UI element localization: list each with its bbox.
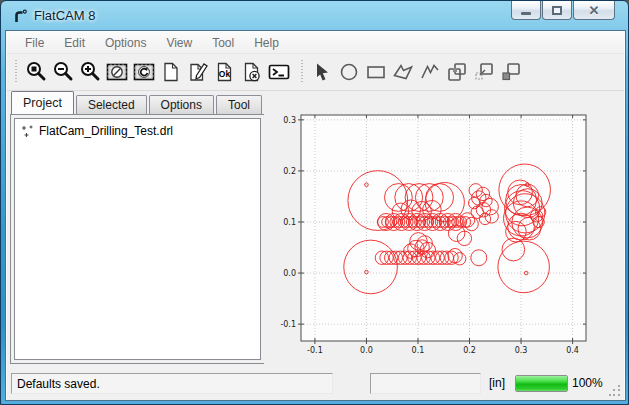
delete-object-button[interactable] xyxy=(238,59,265,86)
zoom-fit-button[interactable] xyxy=(22,59,49,86)
open-edit-button[interactable] xyxy=(184,59,211,86)
shell-icon xyxy=(267,60,291,84)
tab-tool[interactable]: Tool xyxy=(216,95,262,114)
window-content: File Edit Options View Tool Help xyxy=(5,30,626,401)
shell-button[interactable] xyxy=(265,59,292,86)
tab-options[interactable]: Options xyxy=(149,95,214,114)
close-icon: ✕ xyxy=(589,3,600,18)
ok-button[interactable]: Ok xyxy=(211,59,238,86)
flatcam-logo-icon xyxy=(12,8,28,24)
zoom-out-icon xyxy=(51,60,75,84)
close-button[interactable]: ✕ xyxy=(573,1,615,20)
open-edit-icon xyxy=(186,60,210,84)
toolbar: Ok xyxy=(7,54,624,91)
svg-text:Ok: Ok xyxy=(218,69,230,79)
minimize-icon xyxy=(521,12,531,15)
svg-text:0.2: 0.2 xyxy=(463,346,476,355)
maximize-button[interactable] xyxy=(542,1,572,20)
window-title: FlatCAM 8 xyxy=(34,8,95,23)
copy-objects-button[interactable] xyxy=(497,59,524,86)
menu-help[interactable]: Help xyxy=(244,33,289,53)
draw-circle-icon xyxy=(337,60,361,84)
menubar: File Edit Options View Tool Help xyxy=(7,32,624,54)
draw-polygon-icon xyxy=(391,60,415,84)
svg-text:-0.1: -0.1 xyxy=(307,346,323,355)
maximize-icon xyxy=(552,6,562,15)
move-copy-button[interactable] xyxy=(470,59,497,86)
draw-polygon-button[interactable] xyxy=(389,59,416,86)
progress-fill xyxy=(516,376,567,391)
zoom-out-button[interactable] xyxy=(49,59,76,86)
union-icon xyxy=(445,60,469,84)
menu-file[interactable]: File xyxy=(15,33,54,53)
flatcam-window: FlatCAM 8 ✕ File Edit Options View Tool … xyxy=(0,0,629,405)
minimize-button[interactable] xyxy=(511,1,541,20)
svg-text:0.1: 0.1 xyxy=(412,346,425,355)
plot-canvas[interactable]: -0.10.00.10.20.30.4-0.10.00.10.20.3 xyxy=(264,93,614,369)
move-copy-icon xyxy=(472,60,496,84)
clear-plot-button[interactable] xyxy=(103,59,130,86)
progress-percent: 100% xyxy=(572,376,603,390)
svg-text:0.0: 0.0 xyxy=(283,269,296,278)
plot-panel: -0.10.00.10.20.30.4-0.10.00.10.20.3 xyxy=(264,93,614,369)
zoom-in-button[interactable] xyxy=(76,59,103,86)
ok-icon: Ok xyxy=(213,60,237,84)
zoom-in-icon xyxy=(78,60,102,84)
resize-grip-icon[interactable] xyxy=(609,385,621,397)
project-panel: FlatCam_Drilling_Test.drl xyxy=(10,114,265,364)
draw-rectangle-button[interactable] xyxy=(362,59,389,86)
draw-path-button[interactable] xyxy=(416,59,443,86)
clear-plot-icon xyxy=(105,60,129,84)
new-file-icon xyxy=(159,60,183,84)
statusbar: Defaults saved. [in] 100% xyxy=(7,370,624,400)
tab-selected[interactable]: Selected xyxy=(76,95,147,114)
select-arrow-icon xyxy=(310,60,334,84)
toolbar-drag-handle[interactable] xyxy=(14,60,17,84)
svg-text:0.3: 0.3 xyxy=(515,346,528,355)
svg-text:0.1: 0.1 xyxy=(283,218,296,227)
status-message: Defaults saved. xyxy=(17,377,100,391)
svg-text:-0.1: -0.1 xyxy=(280,320,296,329)
menu-tool[interactable]: Tool xyxy=(202,33,244,53)
draw-rectangle-icon xyxy=(364,60,388,84)
tab-project[interactable]: Project xyxy=(11,91,74,114)
zoom-fit-icon xyxy=(24,60,48,84)
svg-text:0.4: 0.4 xyxy=(566,346,579,355)
delete-object-icon xyxy=(240,60,264,84)
replot-button[interactable] xyxy=(130,59,157,86)
svg-text:0.0: 0.0 xyxy=(360,346,373,355)
select-arrow-button[interactable] xyxy=(308,59,335,86)
draw-circle-button[interactable] xyxy=(335,59,362,86)
copy-objects-icon xyxy=(499,60,523,84)
menu-view[interactable]: View xyxy=(156,33,202,53)
draw-path-icon xyxy=(418,60,442,84)
replot-icon xyxy=(132,60,156,84)
status-message-box: Defaults saved. xyxy=(11,373,333,394)
svg-text:0.3: 0.3 xyxy=(283,116,296,125)
progress-bar xyxy=(515,375,568,392)
new-file-button[interactable] xyxy=(157,59,184,86)
draw-toolbar-drag-handle[interactable] xyxy=(300,60,303,84)
status-aux-box xyxy=(370,373,481,394)
drill-marks-icon xyxy=(21,125,34,138)
tree-item-drill-file[interactable]: FlatCam_Drilling_Test.drl xyxy=(19,124,256,138)
menu-options[interactable]: Options xyxy=(95,33,156,53)
tree-item-label: FlatCam_Drilling_Test.drl xyxy=(39,124,173,138)
svg-text:0.2: 0.2 xyxy=(283,167,296,176)
project-tree: FlatCam_Drilling_Test.drl xyxy=(14,118,261,360)
union-button[interactable] xyxy=(443,59,470,86)
titlebar[interactable]: FlatCAM 8 ✕ xyxy=(1,1,628,30)
units-label[interactable]: [in] xyxy=(489,376,505,390)
menu-edit[interactable]: Edit xyxy=(54,33,95,53)
